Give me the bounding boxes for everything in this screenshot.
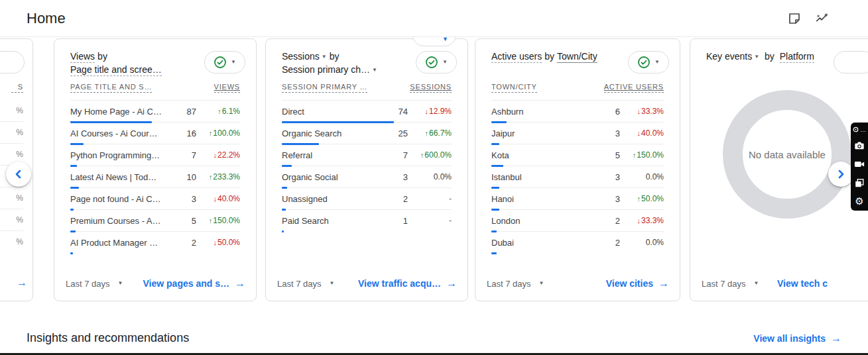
table-row[interactable]: AI Courses - Ai Cour…16↑100.0% — [70, 123, 240, 144]
note-icon[interactable] — [787, 11, 802, 26]
metric-label[interactable]: Views — [70, 51, 95, 63]
row-change-value: ↑6.1% — [196, 107, 240, 116]
table-row[interactable]: Istanbul30.0% — [491, 166, 664, 188]
dimension-label[interactable]: Session primary ch… — [282, 64, 370, 75]
date-range-selector[interactable]: Last 7 days▼ — [66, 279, 123, 289]
card-title: Key events▼ by Platform — [706, 50, 814, 63]
table-row[interactable]: Referral7↑600.0% — [282, 144, 452, 166]
metric-column-header[interactable]: ACTIVE USERS — [604, 83, 664, 93]
chevron-down-icon[interactable]: ▼ — [754, 54, 759, 60]
row-metric-value: 2 — [593, 238, 620, 248]
partial-row: % — [0, 209, 23, 231]
chevron-down-icon[interactable]: ▼ — [231, 60, 236, 65]
metric-label[interactable]: Sessions — [282, 51, 320, 62]
chevron-down-icon[interactable]: ▼ — [372, 68, 377, 73]
down-arrow-icon: ↓ — [637, 107, 641, 115]
status-badge[interactable]: ▼ — [204, 51, 245, 74]
status-badge[interactable]: ▼ — [416, 51, 457, 74]
dimension-column-header[interactable]: SESSION PRIMARY … — [282, 83, 367, 93]
row-dimension-value: Direct — [282, 107, 381, 117]
up-arrow-icon: ↑ — [633, 151, 637, 159]
up-arrow-icon: ↑ — [420, 151, 424, 159]
table-row[interactable]: AI Product Manager …2↓50.0% — [70, 232, 240, 253]
dimension-label[interactable]: Town/City — [557, 51, 597, 63]
change-text: 0.0% — [434, 172, 452, 181]
change-text: 33.3% — [641, 216, 664, 225]
view-cities-link[interactable]: View cities→ — [606, 278, 669, 289]
copy-windows-icon[interactable] — [854, 178, 865, 188]
date-range-selector[interactable]: Last 7 days ▼ — [702, 279, 759, 289]
row-metric-value: 1 — [381, 216, 408, 226]
video-record-icon[interactable] — [854, 159, 865, 170]
scroll-right-button[interactable] — [828, 162, 853, 187]
metric-label[interactable]: Active users — [491, 51, 542, 63]
chevron-down-icon[interactable]: ▼ — [322, 54, 327, 60]
row-dimension-value: AI Product Manager … — [70, 238, 170, 248]
date-range-selector[interactable]: Last 7 days▼ — [487, 279, 544, 289]
table-row[interactable]: Ashburn6↓33.3% — [491, 101, 664, 123]
right-arrow-icon[interactable]: → — [17, 277, 27, 289]
table-row[interactable]: Hanoi3↑50.0% — [491, 188, 664, 210]
table-row[interactable]: Kota5↑150.0% — [491, 144, 664, 166]
chevron-down-icon[interactable]: ▼ — [442, 60, 448, 65]
view-all-insights-link[interactable]: View all insights → — [753, 332, 841, 344]
dimension-label[interactable]: Platform — [780, 51, 814, 63]
row-dimension-value: Ashburn — [491, 107, 593, 117]
row-dimension-value: Hanoi — [491, 194, 593, 204]
metric-label[interactable]: Key events — [706, 51, 752, 62]
change-text: 40.0% — [217, 194, 240, 203]
dimension-label[interactable]: Page title and scree… — [70, 64, 162, 76]
table-row[interactable]: Page not found - Ai C…3↓40.0% — [70, 188, 240, 210]
screenshot-camera-icon[interactable] — [854, 140, 865, 151]
table-row[interactable]: Organic Social30.0% — [282, 166, 452, 188]
row-dimension-value: AI Courses - Ai Cour… — [70, 128, 170, 138]
table-row[interactable]: Unassigned2- — [282, 188, 452, 210]
table-row[interactable]: My Home Page - Ai C…87↑6.1% — [70, 101, 240, 123]
row-change-value: ↑600.0% — [408, 150, 452, 160]
metric-column-header[interactable]: SESSIONS — [410, 83, 452, 93]
dimension-column-header[interactable]: TOWN/CITY — [491, 83, 537, 93]
status-badge[interactable] — [834, 51, 868, 74]
extension-menu-button[interactable]: … — [853, 127, 866, 132]
change-text: 66.7% — [429, 128, 452, 138]
by-label: by — [330, 51, 340, 62]
row-change-value: ↑150.0% — [620, 150, 664, 160]
card-footer: Last 7 days▼View pages and s…→ — [66, 277, 245, 290]
view-tech-link[interactable]: View tech c — [777, 277, 828, 290]
view-traffic-acquisition-link[interactable]: View traffic acqu…→ — [358, 278, 457, 289]
status-badge[interactable]: ▼ — [628, 51, 669, 74]
check-circle-icon — [214, 56, 227, 69]
dimension-column-header[interactable]: PAGE TITLE AND S… — [70, 83, 152, 93]
date-range-label: Last 7 days — [487, 279, 531, 289]
table-row[interactable]: Organic Search25↑66.7% — [282, 123, 452, 144]
change-text: 100.0% — [213, 128, 240, 138]
app-header: Home — [0, 0, 868, 37]
row-change-value: ↓12.9% — [408, 107, 452, 116]
table-row[interactable]: Direct74↓12.9% — [282, 101, 452, 123]
up-arrow-icon: ↑ — [424, 129, 428, 137]
table-row[interactable]: Jaipur3↓40.0% — [491, 123, 664, 144]
scroll-left-button[interactable] — [6, 162, 31, 187]
up-arrow-icon: ↑ — [209, 173, 213, 181]
table-row[interactable]: Python Programming…7↓22.2% — [70, 144, 240, 166]
row-change-value: ↑150.0% — [196, 216, 240, 225]
row-dimension-value: Dubai — [491, 238, 593, 248]
analytics-home-screen: Home S %%%%%%% → ViewsbyPage title and s… — [0, 0, 868, 355]
metric-column-header[interactable]: VIEWS — [214, 83, 240, 93]
insights-sparkline-icon[interactable] — [815, 11, 830, 26]
table-row[interactable]: Dubai20.0% — [491, 232, 664, 253]
row-change-value: - — [408, 194, 452, 203]
chevron-down-icon[interactable]: ▼ — [654, 60, 660, 65]
status-badge[interactable] — [0, 51, 25, 74]
table-row[interactable]: London2↓33.3% — [491, 210, 664, 232]
row-change-value: - — [408, 216, 452, 225]
view-pages-link[interactable]: View pages and s…→ — [143, 278, 245, 289]
row-change-fragment: % — [16, 237, 23, 246]
table-row[interactable]: Latest Ai News | Tod…10↑233.3% — [70, 166, 240, 188]
link-label: View all insights — [753, 333, 826, 344]
date-range-selector[interactable]: Last 7 days▼ — [277, 279, 334, 289]
date-range-label: Last 7 days — [66, 279, 110, 289]
settings-gear-icon[interactable]: ⚙ — [855, 196, 863, 207]
table-row[interactable]: Paid Search1- — [282, 210, 452, 231]
table-row[interactable]: Premium Courses - A…5↑150.0% — [70, 210, 240, 232]
